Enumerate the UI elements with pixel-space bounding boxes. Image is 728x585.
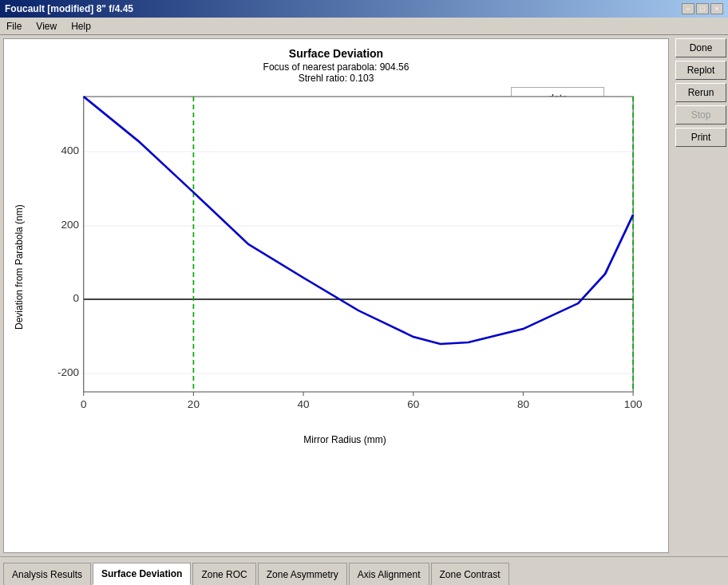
replot-button[interactable]: Replot: [675, 61, 726, 80]
done-button[interactable]: Done: [675, 38, 726, 57]
menu-help[interactable]: Help: [68, 20, 94, 33]
menubar: File View Help: [0, 18, 728, 35]
svg-text:0: 0: [81, 399, 87, 410]
rerun-button[interactable]: Rerun: [675, 83, 726, 102]
svg-text:40: 40: [298, 399, 310, 410]
print-button[interactable]: Print: [675, 128, 726, 147]
tab-axis-alignment[interactable]: Axis Alignment: [349, 563, 429, 585]
stop-button[interactable]: Stop: [675, 105, 726, 125]
y-axis-label: Deviation from Parabola (nm): [12, 89, 26, 445]
x-axis-label: Mirror Radius (mm): [30, 434, 660, 445]
maximize-button[interactable]: □: [696, 3, 709, 14]
chart-subtitle2: Strehl ratio: 0.103: [12, 73, 660, 84]
svg-text:20: 20: [188, 399, 200, 410]
chart-title: Surface Deviation: [12, 47, 660, 60]
svg-text:-200: -200: [57, 367, 79, 378]
tab-surface-deviation[interactable]: Surface Deviation: [93, 563, 191, 585]
title-bar-buttons: − □ ×: [682, 3, 723, 14]
tab-zone-contrast[interactable]: Zone Contrast: [431, 563, 509, 585]
chart-svg: 400 200 0 -200 0 20 40 60 80: [30, 89, 660, 432]
menu-file[interactable]: File: [3, 20, 25, 33]
chart-area: Surface Deviation Focus of nearest parab…: [3, 38, 669, 553]
chart-subtitle1: Focus of nearest parabola: 904.56: [12, 61, 660, 73]
minimize-button[interactable]: −: [682, 3, 694, 14]
close-button[interactable]: ×: [710, 3, 723, 14]
tab-zone-roc[interactable]: Zone ROC: [192, 563, 255, 585]
svg-rect-0: [84, 97, 633, 392]
svg-text:0: 0: [73, 293, 80, 304]
menu-view[interactable]: View: [33, 20, 60, 33]
window-title: Foucault [modified] 8" f/4.45: [5, 3, 133, 14]
svg-text:200: 200: [61, 219, 79, 231]
tab-analysis-results[interactable]: Analysis Results: [3, 563, 91, 585]
chart-inner: Deviation from Parabola (nm) 400: [12, 89, 660, 445]
svg-text:80: 80: [517, 399, 529, 410]
sidebar: Done Replot Rerun Stop Print: [672, 35, 728, 556]
svg-text:100: 100: [624, 399, 643, 410]
bottom-tabs: Analysis Results Surface Deviation Zone …: [0, 556, 728, 585]
svg-text:60: 60: [407, 399, 419, 410]
chart-svg-container: 400 200 0 -200 0 20 40 60 80: [30, 89, 660, 445]
title-bar: Foucault [modified] 8" f/4.45 − □ ×: [0, 0, 728, 18]
main-content: Surface Deviation Focus of nearest parab…: [0, 35, 728, 556]
svg-text:400: 400: [61, 145, 79, 156]
tab-zone-asymmetry[interactable]: Zone Asymmetry: [258, 563, 347, 585]
